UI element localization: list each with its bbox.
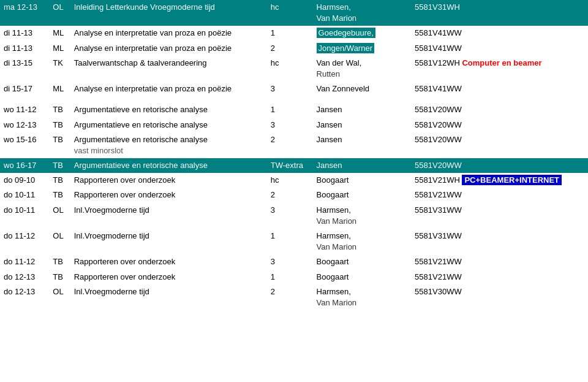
course-description: Analyse en interpretatie van proza en po… bbox=[74, 84, 232, 93]
table-row: do 10-11 OL Inl.Vroegmoderne tijd 3 Harm… bbox=[0, 203, 588, 229]
type-label: TB bbox=[53, 105, 63, 114]
room-code: 5581V20WW bbox=[415, 161, 462, 170]
day-cell: do 10-11 bbox=[0, 188, 49, 202]
day-cell: di 13-15 bbox=[0, 56, 49, 82]
type-cell: ML bbox=[49, 82, 70, 96]
type-cell: TB bbox=[49, 102, 70, 117]
type-label: OL bbox=[53, 205, 63, 215]
type-cell: TK bbox=[49, 56, 70, 82]
num-label: 2 bbox=[271, 190, 275, 199]
room-cell: 5581V20WW bbox=[411, 158, 588, 173]
type-cell: ML bbox=[49, 26, 70, 40]
computer-tag: Computer en beamer bbox=[462, 58, 541, 67]
teacher-name: Harmsen, bbox=[317, 287, 351, 296]
description-cell: Inl.Vroegmoderne tijd bbox=[70, 203, 267, 229]
description-cell: Rapporteren over onderzoek bbox=[70, 173, 267, 188]
course-description: Inleiding Letterkunde Vroegmoderne tijd bbox=[74, 2, 215, 12]
room-cell: 5581V21WH PC+BEAMER+INTERNET bbox=[411, 173, 588, 188]
room-code: 5581V21WW bbox=[415, 190, 462, 199]
teacher-name-2: Van Marion bbox=[317, 13, 408, 24]
description-cell: Rapporteren over onderzoek bbox=[70, 188, 267, 202]
num-label: TW-extra bbox=[271, 161, 303, 170]
table-row: di 11-13 ML Analyse en interpretatie van… bbox=[0, 26, 588, 40]
room-cell: 5581V30WW bbox=[411, 285, 588, 310]
table-row: di 15-17 ML Analyse en interpretatie van… bbox=[0, 82, 588, 96]
day-cell: di 15-17 bbox=[0, 82, 49, 96]
room-code: 5581V21WH bbox=[415, 175, 460, 185]
course-description: Rapporteren over onderzoek bbox=[74, 272, 176, 281]
type-cell: ML bbox=[49, 41, 70, 56]
day-cell: do 12-13 bbox=[0, 285, 49, 310]
table-row: di 13-15 TK Taalverwantschap & taalveran… bbox=[0, 56, 588, 82]
room-cell: 5581V21WW bbox=[411, 270, 588, 285]
day-label: wo 16-17 bbox=[4, 161, 36, 170]
teacher-name: Boogaart bbox=[317, 190, 349, 199]
course-description: Inl.Vroegmoderne tijd bbox=[74, 205, 149, 215]
course-description: Argumentatieve en retorische analyse bbox=[74, 120, 208, 129]
type-cell: TB bbox=[49, 158, 70, 173]
day-cell: do 12-13 bbox=[0, 270, 49, 285]
table-row: wo 12-13 TB Argumentatieve en retorische… bbox=[0, 118, 588, 132]
description-cell: Argumentatieve en retorische analyse bbox=[70, 158, 267, 173]
teacher-name: Harmsen, bbox=[317, 2, 351, 12]
type-label: TK bbox=[53, 58, 63, 67]
num-label: 2 bbox=[271, 287, 275, 296]
type-label: OL bbox=[53, 231, 63, 240]
day-label: di 11-13 bbox=[4, 28, 32, 37]
table-row: di 11-13 ML Analyse en interpretatie van… bbox=[0, 41, 588, 56]
type-label: TB bbox=[53, 120, 63, 129]
description-cell: Inleiding Letterkunde Vroegmoderne tijd bbox=[70, 0, 267, 26]
room-cell: 5581V21WW bbox=[411, 254, 588, 269]
teacher-cell: Harmsen,Van Marion bbox=[313, 285, 412, 310]
course-description: Analyse en interpretatie van proza en po… bbox=[74, 44, 232, 53]
type-label: OL bbox=[53, 2, 63, 12]
teacher-cell: Harmsen,Van Marion bbox=[313, 0, 412, 26]
type-cell: OL bbox=[49, 229, 70, 254]
room-cell: 5581V20WW bbox=[411, 118, 588, 132]
num-label: 3 bbox=[271, 257, 275, 266]
teacher-name-2: Van Marion bbox=[317, 216, 408, 227]
teacher-cell: Jansen bbox=[313, 132, 412, 158]
day-label: di 11-13 bbox=[4, 44, 32, 53]
table-row: wo 15-16 TB Argumentatieve en retorische… bbox=[0, 132, 588, 158]
description-cell: Analyse en interpretatie van proza en po… bbox=[70, 26, 267, 40]
day-label: do 10-11 bbox=[4, 205, 35, 215]
teacher-cell: Harmsen,Van Marion bbox=[313, 203, 412, 229]
teacher-name: Harmsen, bbox=[317, 205, 351, 215]
teacher-cell: Boogaart bbox=[313, 188, 412, 202]
room-code: 5581V12WH bbox=[415, 58, 460, 67]
description-cell: Analyse en interpretatie van proza en po… bbox=[70, 82, 267, 96]
type-cell: OL bbox=[49, 285, 70, 310]
teacher-name: Jansen bbox=[317, 120, 342, 129]
teacher-name-2: Rutten bbox=[317, 69, 408, 80]
schedule-table: ma 12-13 OL Inleiding Letterkunde Vroegm… bbox=[0, 0, 588, 310]
description-cell: Taalverwantschap & taalverandeering bbox=[70, 56, 267, 82]
teacher-cell: Harmsen,Van Marion bbox=[313, 229, 412, 254]
teacher-name: Van Zonneveld bbox=[317, 84, 370, 93]
room-cell: 5581V41WW bbox=[411, 82, 588, 96]
teacher-cell: Jongen/Warner bbox=[313, 41, 412, 56]
day-label: do 12-13 bbox=[4, 287, 35, 296]
type-cell: TB bbox=[49, 188, 70, 202]
day-label: do 12-13 bbox=[4, 272, 35, 281]
table-row: do 11-12 TB Rapporteren over onderzoek 3… bbox=[0, 254, 588, 269]
table-row: wo 11-12 TB Argumentatieve en retorische… bbox=[0, 102, 588, 117]
type-label: TB bbox=[53, 272, 63, 281]
room-code: 5581V21WW bbox=[415, 257, 462, 266]
room-cell: 5581V21WW bbox=[411, 188, 588, 202]
description-cell: Argumentatieve en retorische analyse bbox=[70, 118, 267, 132]
room-code: 5581V31WW bbox=[415, 231, 462, 240]
type-label: OL bbox=[53, 287, 63, 296]
room-code: 5581V41WW bbox=[415, 28, 462, 37]
course-description: Argumentatieve en retorische analyse bbox=[74, 135, 208, 144]
num-label: 2 bbox=[271, 135, 275, 144]
day-label: wo 11-12 bbox=[4, 105, 36, 114]
teacher-cell: Boogaart bbox=[313, 270, 412, 285]
num-label: 3 bbox=[271, 84, 275, 93]
schedule-container: ma 12-13 OL Inleiding Letterkunde Vroegm… bbox=[0, 0, 588, 310]
day-label: wo 12-13 bbox=[4, 120, 36, 129]
day-cell: do 09-10 bbox=[0, 173, 49, 188]
room-cell: 5581V41WW bbox=[411, 41, 588, 56]
teacher-name: Jansen bbox=[317, 105, 342, 114]
type-cell: TB bbox=[49, 118, 70, 132]
